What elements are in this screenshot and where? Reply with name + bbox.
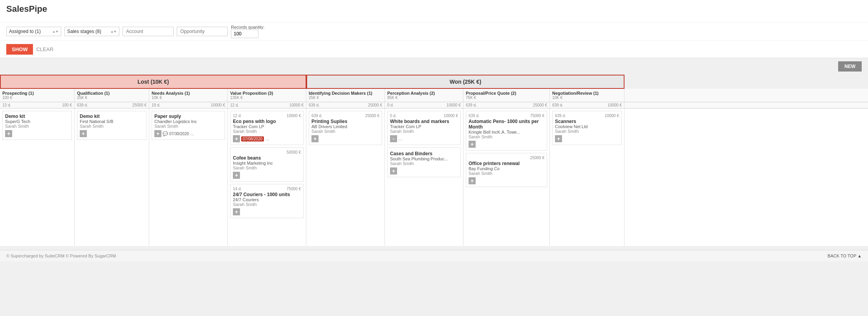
card-user: Sarah Smith <box>233 202 301 207</box>
kanban-col-perception: 0 d.10000 € White boards and markers Tra… <box>385 108 463 246</box>
card-add-button[interactable]: + <box>390 167 397 175</box>
card-company: AB Drivers Limited <box>311 124 379 129</box>
records-label: Records quantity: <box>231 25 265 29</box>
card: 50000 € Cofee beans Insight Marketing In… <box>230 147 304 182</box>
show-button[interactable]: SHOW <box>6 44 33 55</box>
card-add-button[interactable]: + <box>555 135 562 142</box>
card-add-button[interactable]: + <box>154 130 161 137</box>
kanban-board: Demo kit SuperG Tech Sarah Smith + Demo … <box>0 108 868 246</box>
card: 639 d.75000 € Automatic Pens- 1000 units… <box>466 111 547 151</box>
kanban-col-negotiation: 639 d.10000 € Scanners Coolview Net Ltd … <box>550 108 624 246</box>
back-to-top[interactable]: BACK TO TOP ▲ <box>828 254 862 258</box>
card-add-button[interactable]: + <box>233 172 240 179</box>
card-title: Printing Suplies <box>311 119 379 124</box>
clear-button[interactable]: CLEAR <box>36 46 53 52</box>
card-add-button[interactable]: + <box>469 141 476 148</box>
card-date: 07/30/2020 <box>169 132 189 136</box>
card-add-button[interactable]: + <box>233 208 240 215</box>
col-header-idm: Identifying Decision Makers (1) 25K € <box>306 89 385 102</box>
group-won-header: Won (25K €) <box>306 75 624 89</box>
card-dots-button[interactable]: ... <box>265 136 269 141</box>
card: 14 d.75000 € 24/7 Couriers - 1000 units … <box>230 184 304 218</box>
kanban-col-needs-analysis: Paper suply Chandler Logistics Inc Sarah… <box>149 108 228 246</box>
col-sub: 100 € <box>2 96 72 100</box>
records-input[interactable] <box>231 29 258 38</box>
card: Demo kit SuperG Tech Sarah Smith + <box>2 111 72 140</box>
card-title: Automatic Pens- 1000 units per Month <box>469 119 544 130</box>
card-dots-button[interactable]: ... <box>398 136 402 141</box>
card: Demo kit First National S/B Sarah Smith … <box>77 111 146 140</box>
card-company: SuperG Tech <box>5 119 69 124</box>
kanban-col-qualification: Demo kit First National S/B Sarah Smith … <box>75 108 149 246</box>
assigned-to-filter[interactable]: Assigned to (1) ▲▼ <box>6 27 61 36</box>
card-title: White boards and markers <box>390 119 458 124</box>
new-button[interactable]: NEW <box>838 61 862 72</box>
card: 639 d.25000 € Printing Suplies AB Driver… <box>309 111 382 145</box>
card-title: Paper suply <box>154 114 222 119</box>
card-user: Sarah Smith <box>469 171 544 176</box>
kanban-col-prospecting: Demo kit SuperG Tech Sarah Smith + <box>0 108 75 246</box>
app-header: SalesPipe Assigned to (1) ▲▼ Sales stage… <box>0 0 868 58</box>
card-minus-button[interactable]: − <box>390 135 397 142</box>
days-amount-row: 13 d.100 € 639 d.25000 € 19 d.10000 € 12… <box>0 102 868 108</box>
card-title: Scanners <box>555 119 619 124</box>
card-title: Demo kit <box>5 114 69 119</box>
card-title: Cases and Binders <box>390 151 458 156</box>
kanban-col-proposal: 639 d.75000 € Automatic Pens- 1000 units… <box>463 108 550 246</box>
card: Paper suply Chandler Logistics Inc Sarah… <box>152 111 225 140</box>
card-add-button[interactable]: + <box>311 135 319 142</box>
card-company: 24/7 Couriers <box>233 197 301 202</box>
kanban-col-value-proposition: 12 d.10000 € Eco pens with logo Tracker … <box>228 108 306 246</box>
card-title: Office printers renewal <box>469 161 544 166</box>
records-group: Records quantity: <box>231 25 265 38</box>
col-header-perception: Perception Analysis (2) 85K € <box>385 89 463 102</box>
card-company: First National S/B <box>80 119 144 124</box>
card: 639 d.10000 € Scanners Coolview Net Ltd … <box>552 111 622 145</box>
card-dots-button[interactable]: ... <box>190 131 194 136</box>
opportunity-input[interactable] <box>177 27 228 36</box>
pipeline-wrapper: Lost (10K €) Won (25K €) Prospecting (1)… <box>0 75 868 246</box>
card-title: Demo kit <box>80 114 144 119</box>
col-title: Prospecting (1) <box>2 91 72 96</box>
col-header-proposal: Proposal/Price Quote (2) 75K € <box>463 89 550 102</box>
filter-bar: Assigned to (1) ▲▼ Sales stages (8) ▲▼ R… <box>0 22 868 41</box>
card-company: Tracker Com LP <box>233 124 301 129</box>
card-add-button[interactable]: + <box>469 177 476 184</box>
column-headers-row: Prospecting (1) 100 € Qualification (1) … <box>0 89 868 102</box>
card-company: Bay Funding Co <box>469 166 544 171</box>
card-tag: 07/08/2020 <box>241 136 264 141</box>
col-header-prospecting: Prospecting (1) 100 € <box>0 89 75 102</box>
col-header-needs-analysis: Needs Analysis (1) 10K € <box>149 89 228 102</box>
new-button-bar: NEW <box>0 58 868 75</box>
card: 12 d.10000 € Eco pens with logo Tracker … <box>230 111 304 145</box>
card-company: South Sea Plumbing Produc... <box>390 156 458 161</box>
group-headers-row: Lost (10K €) Won (25K €) <box>0 75 868 89</box>
sales-stages-filter[interactable]: Sales stages (8) ▲▼ <box>64 27 119 36</box>
footer-left: © Supercharged by SuiteCRM © Powered By … <box>6 254 116 258</box>
card: 25000 € Office printers renewal Bay Fund… <box>466 153 547 187</box>
card-user: Sarah Smith <box>154 124 222 129</box>
card-add-button[interactable]: + <box>80 130 87 137</box>
card-company: Insight Marketing Inc <box>233 161 301 165</box>
card-add-button[interactable]: + <box>233 135 240 142</box>
app-title: SalesPipe <box>6 4 862 14</box>
card-user: Sarah Smith <box>5 124 69 129</box>
card-user: Sarah Smith <box>233 129 301 134</box>
card-title: Eco pens with logo <box>233 119 301 124</box>
card-company: Chandler Logistics Inc <box>154 119 222 124</box>
card-user: Sarah Smith <box>469 134 544 139</box>
card-user: Sarah Smith <box>555 129 619 134</box>
card: 0 d.10000 € White boards and markers Tra… <box>387 111 461 145</box>
card-add-button[interactable]: + <box>5 130 12 137</box>
card: Cases and Binders South Sea Plumbing Pro… <box>387 147 461 177</box>
account-input[interactable] <box>123 27 174 36</box>
card-company: Kringle Bell IncK.A. Towe... <box>469 130 544 134</box>
card-company: Coolview Net Ltd <box>555 124 619 129</box>
card-company: Tracker Com LP <box>390 124 458 129</box>
col-header-qualification: Qualification (1) 25K € <box>75 89 149 102</box>
col-header-value-proposition: Value Proposition (3) 135K € <box>228 89 306 102</box>
card-user: Sarah Smith <box>311 129 379 134</box>
card-icon: 💬 <box>163 131 168 136</box>
action-bar: SHOW CLEAR <box>0 41 868 58</box>
card-user: Sarah Smith <box>390 161 458 166</box>
